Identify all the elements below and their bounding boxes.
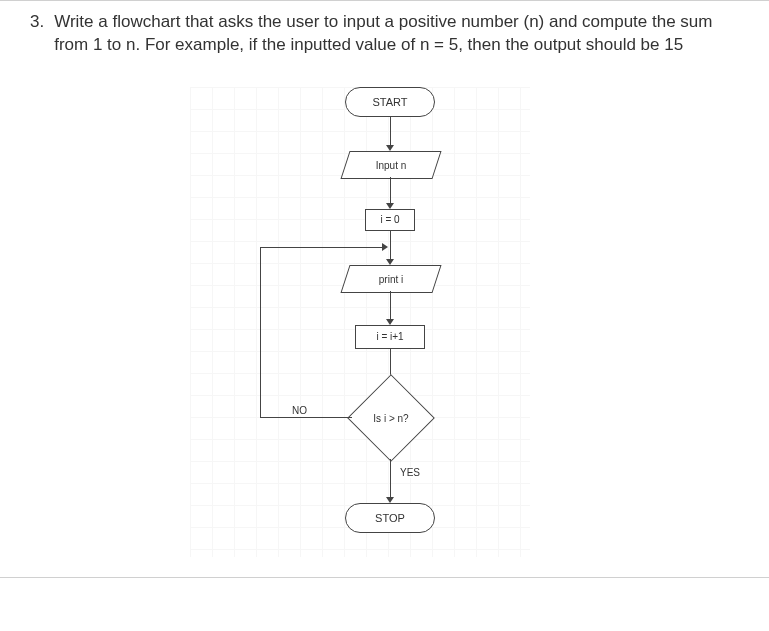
connector <box>390 459 391 499</box>
init-label: i = 0 <box>380 214 399 225</box>
question-block: 3. Write a flowchart that asks the user … <box>30 11 739 57</box>
question-number: 3. <box>30 11 44 57</box>
yes-label: YES <box>398 467 422 478</box>
arrow-icon <box>386 259 394 265</box>
arrow-icon <box>386 145 394 151</box>
flowchart: START Input n i = 0 print i i = i+1 Is i <box>170 87 650 567</box>
stop-node: STOP <box>345 503 435 533</box>
question-text: Write a flowchart that asks the user to … <box>54 11 739 57</box>
page: 3. Write a flowchart that asks the user … <box>0 0 769 578</box>
stop-label: STOP <box>375 512 405 524</box>
increment-node: i = i+1 <box>355 325 425 349</box>
connector <box>390 291 391 321</box>
arrow-icon <box>386 497 394 503</box>
connector <box>390 177 391 205</box>
print-label: print i <box>346 266 436 292</box>
increment-label: i = i+1 <box>376 331 403 342</box>
input-node: Input n <box>340 151 441 179</box>
connector <box>390 117 391 147</box>
connector <box>260 417 352 418</box>
print-node: print i <box>340 265 441 293</box>
connector <box>390 231 391 261</box>
connector <box>260 247 261 417</box>
init-node: i = 0 <box>365 209 415 231</box>
start-node: START <box>345 87 435 117</box>
decision-label: Is i > n? <box>351 378 431 458</box>
decision-node: Is i > n? <box>347 374 435 462</box>
connector <box>260 247 384 248</box>
no-label: NO <box>290 405 309 416</box>
start-label: START <box>372 96 407 108</box>
arrow-icon <box>382 243 388 251</box>
input-label: Input n <box>346 152 436 178</box>
